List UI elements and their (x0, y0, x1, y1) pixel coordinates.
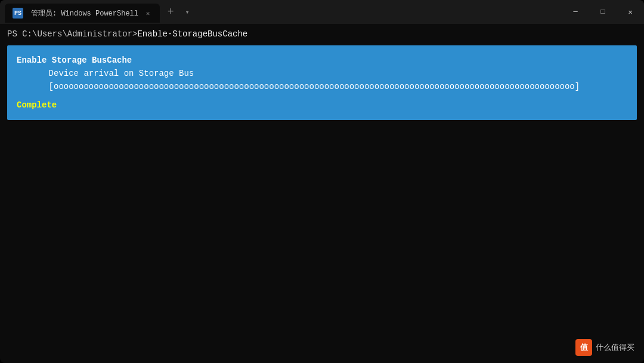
close-button[interactable]: ✕ (617, 0, 644, 24)
tab-title: 管理员: Windows PowerShell (31, 8, 138, 19)
powershell-window: PS 管理员: Windows PowerShell ✕ + ▾ ─ □ ✕ P… (0, 0, 644, 363)
titlebar: PS 管理员: Windows PowerShell ✕ + ▾ ─ □ ✕ (0, 0, 644, 24)
new-tab-button[interactable]: + (162, 4, 179, 20)
prompt-text: PS C:\Users\Administrator> (7, 29, 137, 41)
powershell-tab-icon: PS (12, 7, 24, 19)
watermark-text: 什么值得买 (596, 342, 634, 353)
window-controls: ─ □ ✕ (562, 0, 644, 24)
active-tab[interactable]: PS 管理员: Windows PowerShell ✕ (5, 4, 160, 23)
command-text: Enable-StorageBusCache (137, 29, 247, 41)
watermark-logo: 值 (575, 339, 592, 356)
output-complete: Complete (17, 99, 627, 112)
prompt-line: PS C:\Users\Administrator> Enable-Storag… (7, 29, 637, 41)
tab-close-button[interactable]: ✕ (143, 8, 153, 18)
output-progress: [ooooooooooooooooooooooooooooooooooooooo… (17, 80, 627, 93)
output-block: Enable Storage BusCache Device arrival o… (7, 45, 637, 121)
tab-dropdown-button[interactable]: ▾ (179, 4, 196, 20)
terminal-content: PS C:\Users\Administrator> Enable-Storag… (0, 24, 644, 363)
maximize-button[interactable]: □ (589, 0, 617, 24)
watermark: 值 什么值得买 (575, 339, 634, 356)
output-sub: Device arrival on Storage Bus (17, 67, 627, 80)
minimize-button[interactable]: ─ (562, 0, 589, 24)
output-title: Enable Storage BusCache (17, 54, 627, 67)
tab-area: PS 管理员: Windows PowerShell ✕ + ▾ (0, 0, 562, 24)
shell-icon: PS (13, 8, 23, 19)
